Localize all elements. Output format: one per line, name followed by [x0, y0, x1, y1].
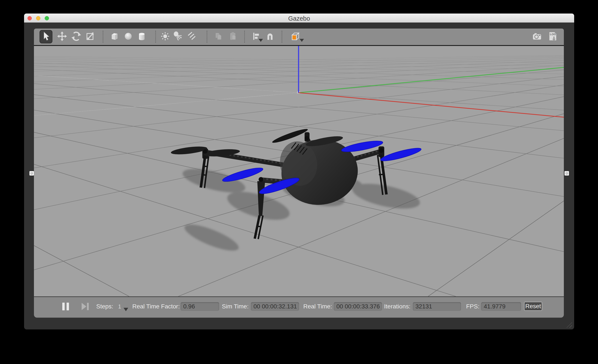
splitter-grip-icon — [30, 172, 33, 175]
screenshot-button[interactable] — [531, 31, 543, 43]
pause-icon — [66, 303, 69, 310]
pause-icon — [62, 303, 65, 310]
insert-point-light-button[interactable] — [159, 31, 171, 43]
steps-label: Steps: — [96, 302, 113, 311]
sim-time-label: Sim Time: — [222, 302, 249, 311]
snap-button[interactable] — [264, 31, 276, 43]
cursor-arrow-icon — [40, 31, 51, 43]
toolbar-separator — [282, 31, 282, 43]
toolbar-separator — [155, 31, 156, 43]
paste-icon — [227, 31, 239, 43]
pause-button[interactable] — [62, 303, 70, 310]
steps-dropdown-caret[interactable] — [124, 308, 128, 311]
fps-value: 41.9779 — [481, 302, 521, 311]
y-axis — [299, 67, 564, 93]
iterations-value: 32131 — [413, 302, 461, 311]
reset-button[interactable]: Reset — [524, 302, 542, 311]
screen: Gazebo — [0, 0, 598, 364]
step-icon — [82, 303, 86, 310]
translate-tool-button[interactable] — [56, 31, 68, 43]
log-icon: LOG — [547, 31, 558, 43]
window-title: Gazebo — [24, 15, 574, 22]
view-angle-button[interactable] — [289, 31, 301, 43]
directional-light-icon — [186, 31, 197, 43]
paste-button[interactable] — [227, 31, 239, 43]
align-dropdown-caret[interactable] — [259, 39, 263, 42]
iterations-label: Iterations: — [384, 302, 410, 311]
render-viewport[interactable] — [34, 46, 564, 296]
magnet-icon — [265, 31, 276, 43]
toolbar-separator — [103, 31, 103, 43]
view-cube-icon — [289, 31, 300, 43]
cylinder-icon — [136, 31, 147, 43]
fps-label: FPS: — [466, 302, 479, 311]
insert-spot-light-button[interactable] — [172, 31, 184, 43]
box-icon — [109, 31, 120, 43]
insert-sphere-button[interactable] — [122, 31, 134, 43]
real-time-factor-value: 0.96 — [181, 302, 219, 311]
toolbar: LOG — [34, 29, 564, 45]
copy-button[interactable] — [212, 31, 224, 43]
world-axes — [297, 46, 564, 117]
insert-box-button[interactable] — [108, 31, 121, 43]
spot-light-icon — [172, 31, 183, 43]
scale-tool-button[interactable] — [84, 31, 96, 43]
real-time-label: Real Time: — [303, 302, 332, 311]
toolbar-separator — [244, 31, 245, 43]
simulation-statusbar: Steps: 1 Real Time Factor: 0.96 Sim Time… — [34, 297, 564, 318]
real-time-factor-label: Real Time Factor: — [132, 302, 180, 311]
titlebar[interactable]: Gazebo — [24, 14, 574, 23]
step-icon-bar — [87, 303, 89, 310]
view-angle-dropdown-caret[interactable] — [300, 39, 304, 42]
select-tool-button[interactable] — [40, 30, 52, 43]
step-button[interactable] — [82, 303, 89, 310]
camera-icon — [532, 31, 543, 43]
rotate-icon — [71, 31, 82, 43]
splitter-grip-icon — [565, 172, 568, 175]
gazebo-window: Gazebo — [24, 14, 574, 330]
rotate-tool-button[interactable] — [70, 31, 82, 43]
left-panel-splitter-handle[interactable] — [29, 171, 34, 176]
scale-icon — [85, 31, 96, 43]
real-time-value: 00 00:00:33.376 — [334, 302, 382, 311]
window-resize-grip[interactable] — [566, 322, 572, 328]
copy-icon — [213, 31, 224, 43]
steps-value[interactable]: 1 — [118, 303, 121, 310]
toolbar-separator — [207, 31, 207, 43]
right-panel-splitter-handle[interactable] — [565, 171, 569, 176]
sim-time-value: 00 00:00:32.131 — [251, 302, 299, 311]
insert-cylinder-button[interactable] — [136, 31, 148, 43]
log-record-button[interactable]: LOG — [547, 31, 559, 43]
svg-text:LOG: LOG — [550, 33, 556, 36]
move-icon — [57, 31, 68, 43]
sphere-icon — [123, 31, 134, 43]
scene — [34, 46, 564, 296]
insert-directional-light-button[interactable] — [185, 31, 197, 43]
point-light-icon — [160, 31, 171, 43]
